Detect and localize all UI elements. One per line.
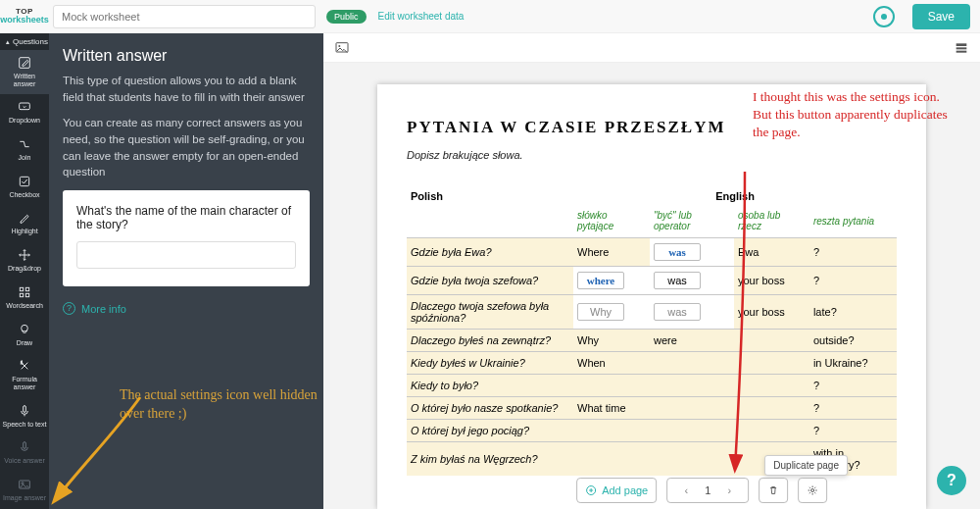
- save-button[interactable]: Save: [912, 4, 970, 29]
- join-icon: [17, 136, 32, 152]
- annotation-red: I thought this was the settings icon.But…: [753, 88, 949, 142]
- svg-rect-1: [20, 103, 30, 110]
- rail-item-checkbox[interactable]: Checkbox: [0, 169, 49, 206]
- answer-input[interactable]: was: [654, 303, 701, 321]
- table-row[interactable]: Gdzie była twoja szefowa?wherewasyour bo…: [407, 267, 897, 295]
- svg-rect-6: [25, 293, 28, 296]
- page-toolbar: Add page ‹ 1 ›: [576, 478, 827, 503]
- trash-icon: [767, 484, 779, 497]
- rail-item-formula[interactable]: 1 Formula answer: [0, 353, 49, 397]
- rail-item-written-answer[interactable]: Written answer: [0, 50, 49, 94]
- layout-icon[interactable]: [953, 40, 970, 56]
- rail-item-dragdrop[interactable]: Drag&drop: [0, 242, 49, 280]
- edit-icon: [17, 55, 32, 71]
- svg-rect-18: [956, 50, 967, 52]
- example-question: What's the name of the main character of…: [76, 204, 296, 231]
- draw-icon: [17, 322, 32, 337]
- rail-item-speech[interactable]: Speech to text: [0, 398, 49, 435]
- svg-rect-4: [25, 287, 28, 290]
- worksheet-title-input[interactable]: [53, 5, 316, 28]
- example-card: What's the name of the main character of…: [63, 190, 310, 286]
- answer-input[interactable]: was: [654, 272, 701, 289]
- preview-icon[interactable]: [873, 6, 895, 27]
- prev-page-button[interactable]: ‹: [675, 484, 697, 496]
- table-row[interactable]: O której było nasze spotkanie?What time?: [407, 397, 897, 420]
- top-bar: TOP worksheets Public Edit worksheet dat…: [0, 0, 980, 33]
- question-type-rail: ▴ Questions Written answer Dropdown Join…: [0, 33, 49, 509]
- col-english: English: [573, 186, 897, 206]
- panel-title: Written answer: [63, 47, 310, 65]
- page-number: 1: [697, 484, 718, 496]
- table-row[interactable]: Dlaczego twoja szefowa była spóźniona?Wh…: [407, 295, 897, 330]
- panel-paragraph: You can create as many correct answers a…: [63, 115, 310, 180]
- table-row[interactable]: O której był jego pociąg??: [407, 420, 897, 442]
- more-info-link[interactable]: ? More info: [63, 302, 310, 315]
- next-page-button[interactable]: ›: [718, 484, 740, 496]
- delete-page-button[interactable]: [759, 478, 788, 503]
- worksheet-table: Polish English słówko pytające "być" lub…: [407, 186, 897, 476]
- col-polish: Polish: [407, 186, 573, 206]
- svg-rect-5: [20, 293, 23, 296]
- svg-rect-16: [956, 43, 967, 46]
- svg-rect-17: [956, 47, 967, 49]
- duplicate-page-tooltip: Duplicate page: [764, 455, 848, 476]
- rail-item-join[interactable]: Join: [0, 131, 49, 169]
- answer-input[interactable]: Why: [577, 303, 624, 321]
- svg-rect-10: [24, 442, 26, 449]
- rail-item-draw[interactable]: Draw: [0, 317, 49, 354]
- mic-icon: [17, 403, 32, 419]
- brand-logo[interactable]: TOP worksheets: [0, 4, 49, 28]
- table-row[interactable]: Gdzie była Ewa?WherewasEwa?: [407, 238, 897, 267]
- rail-item-image[interactable]: Image answer: [0, 472, 49, 509]
- rail-item-voice[interactable]: Voice answer: [0, 434, 49, 472]
- edit-worksheet-link[interactable]: Edit worksheet data: [378, 11, 465, 22]
- dropdown-icon: [17, 99, 32, 115]
- page-settings-button[interactable]: [798, 478, 827, 503]
- svg-rect-3: [20, 287, 23, 290]
- rail-item-highlight[interactable]: Highlight: [0, 205, 49, 242]
- canvas-toolbar: [323, 33, 980, 63]
- worksheet-subtitle: Dopisz brakujące słowa.: [407, 149, 897, 161]
- rail-section-questions[interactable]: ▴ Questions: [0, 33, 49, 50]
- annotation-yellow: The actual settings icon well hidden ove…: [120, 386, 323, 424]
- svg-point-20: [811, 489, 814, 492]
- checkbox-icon: [17, 174, 32, 189]
- public-badge[interactable]: Public: [326, 10, 367, 24]
- highlight-icon: [17, 210, 32, 226]
- rail-item-dropdown[interactable]: Dropdown: [0, 94, 49, 131]
- plus-icon: [585, 484, 597, 496]
- page-pager: ‹ 1 ›: [666, 478, 749, 503]
- info-panel: Written answer This type of question all…: [49, 33, 323, 509]
- add-page-button[interactable]: Add page: [576, 478, 657, 503]
- table-row[interactable]: Kiedy to było??: [407, 375, 897, 397]
- chevron-up-icon: ▴: [6, 38, 10, 46]
- svg-rect-9: [24, 405, 26, 412]
- gear-icon: [807, 484, 818, 497]
- dragdrop-icon: [17, 247, 32, 263]
- worksheet-page[interactable]: PYTANIA W CZASIE PRZESZŁYM Dopisz brakuj…: [377, 84, 926, 509]
- image-placeholder-icon[interactable]: [333, 40, 351, 56]
- voice-icon: [17, 439, 32, 455]
- rail-item-wordsearch[interactable]: Wordsearch: [0, 280, 49, 317]
- table-row[interactable]: Kiedy byłeś w Ukrainie?Whenin Ukraine?: [407, 352, 897, 375]
- table-row[interactable]: Dlaczego byłeś na zewnątrz?Whywereoutsid…: [407, 330, 897, 352]
- svg-rect-2: [20, 177, 28, 185]
- svg-point-15: [338, 45, 340, 47]
- grid-icon: [17, 284, 32, 300]
- answer-input[interactable]: where: [577, 272, 624, 289]
- info-icon: ?: [63, 302, 75, 315]
- svg-point-7: [22, 325, 28, 331]
- image-icon: [17, 477, 32, 492]
- example-answer-input[interactable]: [76, 241, 296, 269]
- help-fab[interactable]: ?: [937, 466, 966, 495]
- formula-icon: 1: [17, 358, 32, 374]
- panel-paragraph: This type of question allows you to add …: [63, 73, 310, 105]
- answer-input[interactable]: was: [654, 243, 701, 261]
